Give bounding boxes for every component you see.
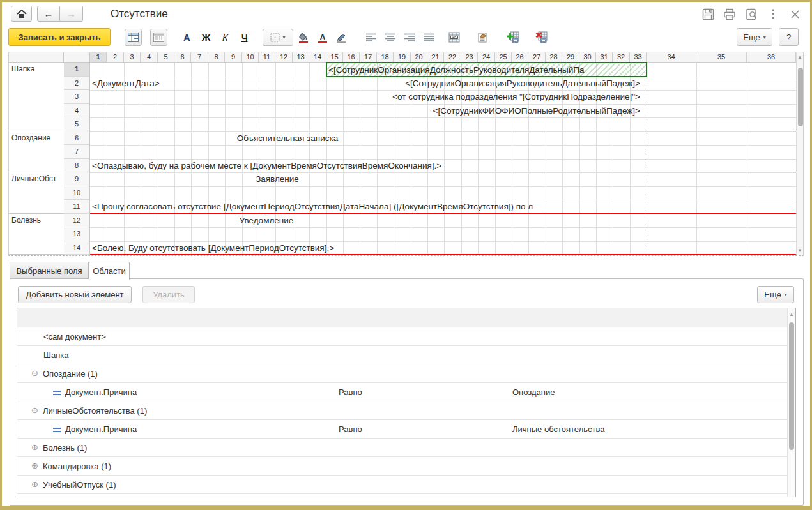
column-header[interactable]: 30 [579, 52, 596, 63]
row-header[interactable]: 10 [64, 186, 90, 200]
back-button[interactable]: ← [37, 6, 60, 22]
align-justify-button[interactable] [420, 29, 437, 46]
expand-icon[interactable]: ⊕ [31, 461, 38, 470]
tree-row[interactable]: ⊕Командировка (1) [17, 457, 788, 476]
collapse-icon[interactable]: ⊖ [31, 405, 38, 415]
column-header[interactable]: 29 [562, 52, 579, 63]
column-header[interactable]: 31 [596, 52, 613, 63]
row-header[interactable]: 13 [64, 227, 90, 241]
tree-row[interactable]: ⊕Болезнь (1) [17, 439, 788, 457]
row-header[interactable]: 11 [64, 200, 90, 214]
expand-icon[interactable]: ⊕ [31, 479, 38, 489]
panel-more-button[interactable]: Еще ▾ [757, 286, 794, 303]
column-header[interactable]: 26 [512, 52, 528, 63]
bold-button[interactable]: Ж [197, 29, 215, 46]
tree-scrollbar-thumb[interactable] [789, 322, 794, 450]
column-header[interactable]: 11 [259, 52, 275, 63]
column-header[interactable]: 24 [478, 52, 495, 63]
column-header[interactable]: 10 [242, 52, 259, 63]
column-header[interactable]: 8 [208, 52, 225, 63]
sheet-cell-text[interactable]: <Прошу согласовать отсутствие [ДокументП… [92, 200, 533, 214]
row-header[interactable]: 12 [64, 214, 90, 228]
preview-button[interactable] [744, 7, 759, 21]
collapse-icon[interactable]: ⊖ [31, 368, 38, 378]
column-header[interactable]: 6 [174, 52, 191, 63]
row-header[interactable]: 14 [64, 241, 90, 255]
areas-tree-list[interactable]: ▲ <сам документ>Шапка⊖Опоздание (1)Докум… [17, 308, 796, 497]
column-header[interactable]: 28 [546, 52, 562, 63]
tree-row[interactable]: Документ.ПричинаРавноОпоздание [17, 383, 788, 401]
column-header[interactable]: 5 [158, 52, 174, 63]
scroll-up-icon[interactable]: ▲ [788, 311, 795, 317]
tree-row[interactable]: ⊕УчебныйОтпуск (1) [17, 476, 788, 494]
tab-areas[interactable]: Области [89, 262, 130, 280]
tree-row[interactable]: ⊖Опоздание (1) [17, 364, 788, 383]
delete-element-button[interactable]: Удалить [142, 286, 195, 303]
tree-row[interactable]: Документ.ПричинаРавноЛичные обстоятельст… [17, 420, 788, 439]
column-header[interactable]: 9 [225, 52, 242, 63]
toggle-grid-button[interactable] [125, 29, 142, 46]
column-header[interactable]: 13 [293, 52, 309, 63]
expand-icon[interactable]: ⊕ [31, 442, 38, 452]
sheet-cell-text[interactable]: <Болею. Буду отсутствовать [ДокументПери… [92, 241, 334, 255]
spreadsheet-template-editor[interactable]: 1234567891011121314151617181920212223242… [8, 52, 804, 256]
sheet-cell-text[interactable]: <ДокументДата> [92, 77, 160, 91]
column-header[interactable]: 33 [630, 52, 647, 63]
sheet-cell-text[interactable]: <[СотрудникФИОФИОПолныеРодительныйПадеж]… [433, 104, 640, 118]
column-header[interactable]: 15 [326, 52, 343, 63]
column-header[interactable]: 22 [444, 52, 461, 63]
save-and-close-button[interactable]: Записать и закрыть [8, 28, 111, 46]
column-header[interactable]: 32 [613, 52, 630, 63]
column-header[interactable]: 25 [495, 52, 512, 63]
tree-scrollbar[interactable]: ▲ [787, 308, 795, 497]
add-element-button[interactable]: Добавить новый элемент [18, 286, 132, 303]
close-button[interactable] [787, 7, 802, 21]
column-header[interactable]: 2 [107, 52, 124, 63]
italic-button[interactable]: К [217, 29, 234, 46]
save-button[interactable] [700, 7, 716, 21]
column-header[interactable]: 18 [377, 52, 394, 63]
toggle-headers-button[interactable] [150, 29, 167, 46]
document-hand-button[interactable] [473, 29, 491, 46]
underline-button[interactable]: Ч [236, 29, 253, 46]
column-header[interactable]: 20 [411, 52, 427, 63]
fill-color-button[interactable] [295, 29, 312, 46]
more-menu-button[interactable] [765, 7, 781, 21]
sheet-cell-text[interactable]: Объяснительная записка [237, 131, 338, 146]
column-header[interactable]: 14 [309, 52, 326, 63]
row-header[interactable]: 8 [64, 159, 90, 173]
delete-area-button[interactable] [532, 29, 549, 46]
cell-name-button[interactable]: АВ [445, 29, 463, 46]
text-color-button[interactable]: А [314, 29, 331, 46]
column-header[interactable]: 19 [394, 52, 411, 63]
column-header[interactable]: 4 [141, 52, 158, 63]
sheet-cell-text[interactable]: <[СотрудникОрганизацияРуководительДатель… [405, 77, 640, 91]
border-color-button[interactable] [333, 29, 350, 46]
column-header[interactable]: 1 [90, 52, 107, 63]
row-header[interactable]: 4 [64, 104, 90, 118]
column-header[interactable]: 16 [343, 52, 360, 63]
column-header[interactable]: 34 [647, 52, 696, 63]
column-header[interactable]: 3 [124, 52, 141, 63]
sheet-scrollbar-thumb[interactable] [798, 68, 803, 126]
column-header[interactable]: 23 [461, 52, 478, 63]
font-button[interactable]: А [178, 29, 195, 46]
sheet-cell-text[interactable]: Заявление [256, 172, 299, 186]
area-group-label[interactable]: ЛичныеОбст [9, 172, 64, 214]
scroll-down-icon[interactable]: ▼ [797, 248, 803, 253]
borders-dropdown-button[interactable]: ▾ [263, 29, 293, 46]
tree-row[interactable]: ⊖ЛичныеОбстоятельства (1) [17, 401, 788, 420]
align-left-button[interactable] [362, 29, 379, 46]
align-center-button[interactable] [381, 29, 399, 46]
row-header[interactable]: 6 [64, 131, 90, 146]
column-header[interactable]: 35 [696, 52, 747, 63]
align-right-button[interactable] [401, 29, 418, 46]
row-header[interactable]: 7 [64, 145, 90, 159]
row-header[interactable]: 3 [64, 90, 90, 104]
area-group-label[interactable]: Шапка [9, 63, 64, 131]
row-header[interactable]: 2 [64, 77, 90, 91]
home-button[interactable] [11, 6, 32, 22]
sheet-cell-text[interactable]: <от сотрудника подразделения "[Сотрудник… [392, 90, 640, 104]
tree-row[interactable]: <сам документ> [17, 327, 788, 346]
scroll-up-icon[interactable]: ▲ [797, 54, 803, 60]
